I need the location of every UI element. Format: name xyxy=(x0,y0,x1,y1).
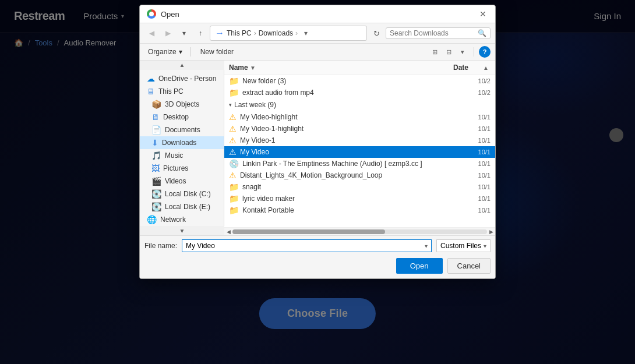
search-input[interactable] xyxy=(390,29,475,37)
3d-objects-icon: 📦 xyxy=(151,100,161,109)
search-bar[interactable]: 🔍 xyxy=(386,27,491,39)
filename-input-container[interactable]: ▾ xyxy=(182,239,432,252)
section-label: Last week (9) xyxy=(234,101,276,109)
sidebar-item-desktop[interactable]: 🖥 Desktop xyxy=(140,111,224,123)
file-date-label: 10/1 xyxy=(467,149,491,156)
file-name-label: My Video-1 xyxy=(240,136,464,144)
sidebar-item-local-disk-e[interactable]: 💽 Local Disk (E:) xyxy=(140,200,224,213)
network-icon: 🌐 xyxy=(147,215,157,224)
scroll-left-button[interactable]: ◀ xyxy=(224,228,232,236)
forward-button[interactable]: ▶ xyxy=(161,26,175,40)
path-bar[interactable]: → This PC › Downloads › ▾ xyxy=(210,26,367,41)
toolbar-separator2 xyxy=(474,47,474,56)
new-folder-button[interactable]: New folder xyxy=(196,47,238,57)
view-mode-button2[interactable]: ⊟ xyxy=(442,45,455,58)
sidebar-item-3d-objects-label: 3D Objects xyxy=(165,100,199,108)
sidebar-item-network-label: Network xyxy=(160,215,186,224)
sidebar-item-music-label: Music xyxy=(165,151,183,160)
refresh-button[interactable]: ↻ xyxy=(369,26,383,40)
path-separator2: › xyxy=(295,29,298,37)
file-name-label: Linkin Park - The Emptiness Machine (Aud… xyxy=(242,160,464,168)
left-panel-scroll-down[interactable]: ▼ xyxy=(140,226,224,235)
sidebar-item-videos[interactable]: 🎬 Videos xyxy=(140,175,224,188)
left-panel: ☁ OneDrive - Person 🖥 This PC 📦 3D Objec… xyxy=(140,70,224,226)
video-warning-icon: ⚠ xyxy=(229,147,237,157)
file-date-label: 10/1 xyxy=(467,172,491,179)
sidebar-item-this-pc[interactable]: 🖥 This PC xyxy=(140,85,224,98)
dropdown-button[interactable]: ▾ xyxy=(177,26,191,40)
view-mode-dropdown[interactable]: ▾ xyxy=(456,45,469,58)
sidebar-item-desktop-label: Desktop xyxy=(163,113,189,121)
filetype-dropdown[interactable]: Custom Files ▾ xyxy=(436,239,491,252)
sidebar-item-local-disk-c-label: Local Disk (C:) xyxy=(165,190,211,198)
file-name-label: Distant_Lights_4K_Motion_Background_Loop xyxy=(240,171,464,179)
file-date-label: 10/1 xyxy=(467,160,491,167)
list-item[interactable]: 📁 New folder (3) 10/2 xyxy=(224,75,495,87)
horizontal-scrollbar[interactable]: ◀ ▶ xyxy=(224,227,495,235)
list-item-selected[interactable]: ⚠ My Video 10/1 xyxy=(224,146,495,158)
right-scroll-up[interactable]: ▲ xyxy=(481,63,491,72)
dialog-title: Open xyxy=(161,10,473,19)
sidebar-item-local-disk-c[interactable]: 💽 Local Disk (C:) xyxy=(140,188,224,200)
organize-label: Organize xyxy=(148,48,177,56)
filetype-label: Custom Files xyxy=(440,242,481,250)
list-item[interactable]: ⚠ My Video-1-highlight 10/1 xyxy=(224,123,495,135)
list-item[interactable]: ⚠ My Video-highlight 10/1 xyxy=(224,111,495,123)
sidebar-item-3d-objects[interactable]: 📦 3D Objects xyxy=(140,98,224,111)
sidebar-item-documents[interactable]: 📄 Documents xyxy=(140,123,224,136)
sidebar-item-network[interactable]: 🌐 Network xyxy=(140,213,224,226)
back-button[interactable]: ◀ xyxy=(144,26,158,40)
this-pc-icon: 🖥 xyxy=(147,87,155,96)
view-mode-button1[interactable]: ⊞ xyxy=(428,45,441,58)
audio-icon: 💿 xyxy=(229,159,239,168)
filename-input[interactable] xyxy=(186,242,422,250)
file-name-label: extract audio from mp4 xyxy=(242,89,464,97)
sidebar-item-videos-label: Videos xyxy=(165,177,186,185)
local-disk-c-icon: 💽 xyxy=(151,189,161,199)
video-warning-icon: ⚠ xyxy=(229,171,237,180)
scroll-thumb[interactable] xyxy=(232,229,385,234)
file-name-label: New folder (3) xyxy=(242,77,464,85)
file-list: 📁 New folder (3) 10/2 📁 extract audio fr… xyxy=(224,75,495,227)
open-button[interactable]: Open xyxy=(396,258,443,274)
path-downloads: Downloads xyxy=(259,29,293,37)
video-warning-icon: ⚠ xyxy=(229,124,237,133)
sidebar-item-onedrive[interactable]: ☁ OneDrive - Person xyxy=(140,72,224,85)
section-header-last-week[interactable]: ▾ Last week (9) xyxy=(224,98,495,111)
organize-chevron-icon: ▾ xyxy=(179,48,182,56)
downloads-icon: ⬇ xyxy=(151,138,158,147)
list-item[interactable]: 📁 lyric video maker 10/1 xyxy=(224,193,495,204)
file-name-label: My Video-1-highlight xyxy=(240,125,464,133)
path-dropdown-button[interactable]: ▾ xyxy=(300,27,312,39)
list-item[interactable]: ⚠ Distant_Lights_4K_Motion_Background_Lo… xyxy=(224,169,495,181)
list-item[interactable]: 📁 Kontakt Portable 10/1 xyxy=(224,204,495,216)
list-item[interactable]: 📁 extract audio from mp4 10/2 xyxy=(224,87,495,98)
up-button[interactable]: ↑ xyxy=(193,26,207,40)
path-separator1: › xyxy=(254,29,256,37)
file-date-label: 10/1 xyxy=(467,125,491,132)
file-name-label: Kontakt Portable xyxy=(242,206,464,214)
sidebar-item-local-disk-e-label: Local Disk (E:) xyxy=(165,203,210,211)
left-panel-scroll-up[interactable]: ▲ xyxy=(140,61,224,70)
filename-dropdown-icon[interactable]: ▾ xyxy=(425,243,428,249)
scroll-right-button[interactable]: ▶ xyxy=(487,228,495,236)
search-icon: 🔍 xyxy=(478,29,486,37)
file-date-label: 10/1 xyxy=(467,183,491,190)
file-list-header: Name ▼ Date ▲ xyxy=(224,61,495,75)
sidebar-item-downloads[interactable]: ⬇ Downloads xyxy=(140,136,224,149)
folder-icon: 📁 xyxy=(229,194,239,203)
scroll-track[interactable] xyxy=(232,229,487,234)
sidebar-item-pictures[interactable]: 🖼 Pictures xyxy=(140,162,224,175)
video-warning-icon: ⚠ xyxy=(229,136,237,145)
dialog-close-button[interactable]: ✕ xyxy=(478,9,488,19)
content-toolbar: Organize ▾ New folder ⊞ ⊟ ▾ ? xyxy=(140,44,495,61)
sidebar-item-music[interactable]: 🎵 Music xyxy=(140,149,224,162)
organize-button[interactable]: Organize ▾ xyxy=(144,47,186,57)
list-item[interactable]: 💿 Linkin Park - The Emptiness Machine (A… xyxy=(224,158,495,169)
desktop-icon: 🖥 xyxy=(151,112,160,122)
list-item[interactable]: ⚠ My Video-1 10/1 xyxy=(224,135,495,146)
list-item[interactable]: 📁 snagit 10/1 xyxy=(224,181,495,193)
cancel-button[interactable]: Cancel xyxy=(447,258,491,274)
help-button[interactable]: ? xyxy=(479,46,491,58)
file-name-label: lyric video maker xyxy=(242,195,464,203)
